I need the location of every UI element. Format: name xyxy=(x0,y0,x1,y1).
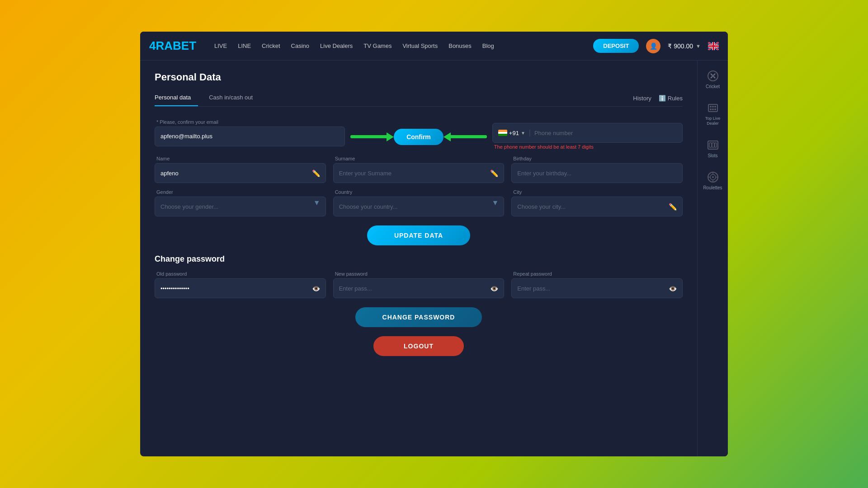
nav-line[interactable]: LINE xyxy=(238,41,251,51)
nav-blog[interactable]: Blog xyxy=(482,41,494,51)
top-live-dealer-label: Top LiveDealer xyxy=(705,116,721,126)
svg-point-7 xyxy=(712,106,714,108)
browser-window: 4RABET LIVE LINE Cricket Casino Live Dea… xyxy=(140,32,728,456)
phone-number-input[interactable] xyxy=(534,130,677,136)
change-password-button[interactable]: CHANGE PASSWORD xyxy=(355,307,482,327)
sidebar-item-roulettes[interactable]: Roulettes xyxy=(703,171,722,190)
gender-group: Gender Choose your gender... Male Female… xyxy=(155,189,326,216)
name-group: Name ✏️ xyxy=(155,156,326,183)
gender-label: Gender xyxy=(155,189,326,195)
phone-divider: | xyxy=(529,129,531,137)
country-group: Country Choose your country... India ▼ xyxy=(333,189,505,216)
surname-input[interactable] xyxy=(333,163,505,183)
svg-rect-15 xyxy=(715,143,717,147)
old-password-label: Old password xyxy=(155,271,326,277)
logo: 4RABET xyxy=(149,39,196,53)
logout-button[interactable]: LOGOUT xyxy=(373,336,464,356)
email-input[interactable] xyxy=(155,127,345,146)
city-label: City xyxy=(511,189,683,195)
svg-point-4 xyxy=(712,75,714,77)
cricket-icon xyxy=(707,70,719,82)
logo-4ra: 4RA xyxy=(149,39,173,52)
top-live-dealer-icon xyxy=(707,102,719,114)
update-data-button[interactable]: UPDATE DATA xyxy=(367,225,470,245)
city-input[interactable] xyxy=(511,197,683,216)
old-password-input[interactable] xyxy=(155,278,326,298)
roulettes-icon xyxy=(707,171,719,183)
cricket-label: Cricket xyxy=(706,84,720,89)
svg-point-6 xyxy=(710,106,712,108)
name-row: Name ✏️ Surname ✏️ Birthday xyxy=(155,156,683,183)
tabs-right: History ℹ️ Rules xyxy=(633,95,683,102)
toggle-repeat-password-icon[interactable]: 👁️ xyxy=(669,285,677,293)
change-password-title: Change password xyxy=(155,254,683,264)
nav-tv-games[interactable]: TV Games xyxy=(363,41,392,51)
edit-name-icon[interactable]: ✏️ xyxy=(312,169,321,178)
balance-display: ₹ 900.00 ▼ xyxy=(668,42,701,50)
confirm-section: Confirm xyxy=(350,129,487,145)
arrow-left xyxy=(443,132,487,141)
language-flag[interactable] xyxy=(708,42,719,50)
birthday-input[interactable] xyxy=(511,163,683,183)
edit-surname-icon[interactable]: ✏️ xyxy=(490,169,499,178)
slots-label: Slots xyxy=(708,153,717,158)
nav-live-dealers[interactable]: Live Dealers xyxy=(320,41,353,51)
header-right: DEPOSIT 👤 ₹ 900.00 ▼ xyxy=(593,39,719,53)
city-group: City ✏️ xyxy=(511,189,683,216)
main-nav: LIVE LINE Cricket Casino Live Dealers TV… xyxy=(214,41,593,51)
info-icon: ℹ️ xyxy=(659,95,666,102)
phone-group: Phone +91 ▼ | xyxy=(492,116,683,150)
svg-rect-13 xyxy=(709,143,712,147)
arrow-right xyxy=(350,132,394,141)
country-select[interactable]: Choose your country... India xyxy=(333,197,505,216)
sidebar-item-cricket[interactable]: Cricket xyxy=(706,70,720,89)
page-title: Personal Data xyxy=(155,71,683,83)
rules-link[interactable]: ℹ️ Rules xyxy=(659,95,683,102)
content-area: Personal Data Personal data Cash in/cash… xyxy=(140,61,697,456)
confirm-button[interactable]: Confirm xyxy=(394,129,443,145)
tabs-bar: Personal data Cash in/cash out History ℹ… xyxy=(155,90,683,107)
phone-country-code: +91 xyxy=(509,130,519,136)
email-phone-row: * Please, confirm your email Confirm xyxy=(155,116,683,150)
nav-cricket[interactable]: Cricket xyxy=(262,41,280,51)
svg-point-9 xyxy=(710,108,712,110)
tab-personal-data[interactable]: Personal data xyxy=(155,90,198,106)
history-link[interactable]: History xyxy=(633,95,651,102)
nav-live[interactable]: LIVE xyxy=(214,41,227,51)
country-label: Country xyxy=(333,189,505,195)
avatar: 👤 xyxy=(646,39,660,53)
edit-city-icon[interactable]: ✏️ xyxy=(669,203,677,211)
email-label: * Please, confirm your email xyxy=(155,119,345,125)
header: 4RABET LIVE LINE Cricket Casino Live Dea… xyxy=(140,32,728,61)
sidebar-item-top-live-dealer[interactable]: Top LiveDealer xyxy=(705,102,721,126)
toggle-new-password-icon[interactable]: 👁️ xyxy=(490,285,499,293)
birthday-label: Birthday xyxy=(511,156,683,161)
repeat-password-input[interactable] xyxy=(511,278,683,298)
nav-bonuses[interactable]: Bonuses xyxy=(448,41,472,51)
name-label: Name xyxy=(155,156,326,161)
gender-row: Gender Choose your gender... Male Female… xyxy=(155,189,683,216)
repeat-password-group: Repeat password 👁️ xyxy=(511,271,683,298)
tab-cash[interactable]: Cash in/cash out xyxy=(209,90,260,106)
deposit-button[interactable]: DEPOSIT xyxy=(593,39,639,53)
svg-rect-14 xyxy=(712,143,714,147)
nav-casino[interactable]: Casino xyxy=(291,41,309,51)
personal-data-form: * Please, confirm your email Confirm xyxy=(155,116,683,245)
svg-point-11 xyxy=(714,108,716,110)
gender-select[interactable]: Choose your gender... Male Female xyxy=(155,197,326,216)
india-flag xyxy=(498,130,507,136)
tabs-left: Personal data Cash in/cash out xyxy=(155,90,271,106)
sidebar-item-slots[interactable]: Slots xyxy=(707,139,719,158)
logo-bet: BET xyxy=(173,39,196,52)
new-password-input[interactable] xyxy=(333,278,505,298)
name-input[interactable] xyxy=(155,163,326,183)
change-password-section: Change password Old password 👁️ New pass… xyxy=(155,254,683,327)
surname-group: Surname ✏️ xyxy=(333,156,505,183)
toggle-old-password-icon[interactable]: 👁️ xyxy=(312,285,321,293)
svg-point-18 xyxy=(712,176,714,178)
nav-virtual-sports[interactable]: Virtual Sports xyxy=(402,41,438,51)
right-sidebar: Cricket Top LiveDealer xyxy=(697,61,728,456)
logo-text: 4RABET xyxy=(149,39,196,53)
phone-country-selector[interactable]: +91 ▼ xyxy=(498,130,525,136)
roulettes-label: Roulettes xyxy=(703,185,722,190)
